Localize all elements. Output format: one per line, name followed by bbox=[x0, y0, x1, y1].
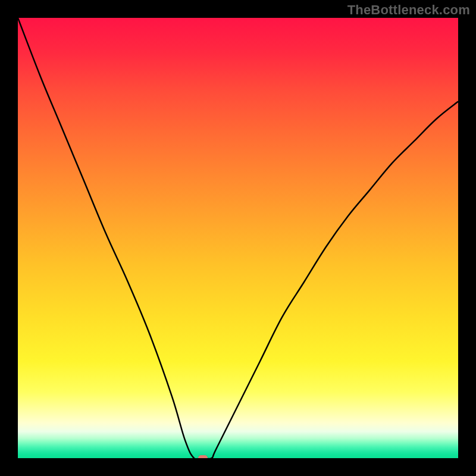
watermark-label: TheBottleneck.com bbox=[347, 2, 470, 18]
gradient-background bbox=[18, 18, 458, 458]
plot-area bbox=[18, 18, 458, 458]
optimal-marker bbox=[198, 455, 208, 458]
chart-frame: TheBottleneck.com bbox=[0, 0, 476, 476]
